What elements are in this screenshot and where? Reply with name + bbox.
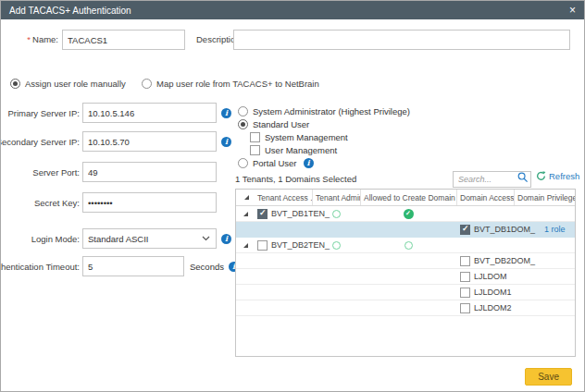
description-input[interactable] (233, 30, 570, 50)
circle-outline-icon (332, 210, 341, 218)
domain-checkbox[interactable] (460, 256, 470, 266)
domain-access-cell: LJLDOM (456, 269, 514, 284)
circle-outline-icon (405, 241, 413, 250)
secondary-server-ip-input[interactable] (82, 131, 217, 152)
dialog-titlebar: Add TACACS+ Authentication × (1, 1, 584, 19)
field-secret-key: Secret Key: (1, 192, 217, 213)
domain-checkbox[interactable] (460, 225, 470, 235)
col-allowed-to-create-domain[interactable]: Allowed to Create Domain ... (360, 190, 456, 205)
table-row-domain[interactable]: BVT_DB2DOM_ (236, 253, 575, 269)
name-input[interactable] (62, 30, 185, 50)
role-label: Portal User (253, 158, 297, 168)
expand-icon[interactable] (243, 212, 248, 216)
selection-summary: 1 Tenants, 1 Domains Selected (235, 174, 356, 184)
expand-cell[interactable] (236, 238, 255, 252)
tenant-checkbox[interactable] (257, 240, 268, 251)
collapse-all-cell[interactable] (236, 190, 255, 205)
primary-server-ip-input[interactable] (82, 103, 217, 123)
domain-name: LJLDOM1 (474, 288, 512, 297)
col-domain-access[interactable]: Domain Access ... (456, 190, 514, 205)
domain-access-cell: LJLDOM1 (456, 285, 514, 300)
server-port-label: Server Port: (1, 167, 80, 178)
table-row-domain[interactable]: LJLDOM2 (236, 300, 575, 316)
allowed-create-cell[interactable] (360, 206, 456, 221)
table-row-tenant[interactable]: BVT_DB2TEN_ (236, 238, 575, 253)
tenant-access-cell: BVT_DB2TEN_ (255, 238, 312, 252)
col-tenant-access[interactable]: Tenant Access ... (255, 190, 312, 205)
close-icon[interactable]: × (569, 5, 576, 16)
domain-checkbox[interactable] (460, 288, 470, 298)
tenant-access-cell: BVT_DB1TEN_ (255, 206, 312, 221)
domain-access-cell: LJLDOM2 (456, 300, 514, 315)
field-primary-server-ip: Primary Server IP: (1, 103, 231, 123)
table-row-tenant[interactable]: BVT_DB1TEN_ (236, 206, 575, 222)
radio-assign-manually[interactable]: Assign user role manually (10, 79, 126, 89)
info-icon[interactable] (221, 137, 231, 147)
role-label: System Management (265, 132, 348, 142)
role-label: System Administrator (Highest Privilege) (253, 106, 410, 116)
name-label: *Name: (1, 34, 58, 44)
domain-privilege-cell: 1 role (514, 222, 575, 237)
field-login-mode: Login Mode: Standard ASCII (1, 228, 231, 249)
search-icon[interactable] (517, 172, 529, 183)
add-tacacs-authentication-dialog: Add TACACS+ Authentication × *Name: Desc… (0, 0, 585, 392)
radio-icon[interactable] (142, 79, 152, 89)
domain-name: LJLDOM2 (474, 303, 512, 312)
tenant-admin-cell[interactable] (312, 206, 360, 221)
radio-icon[interactable] (238, 119, 248, 129)
radio-icon[interactable] (238, 158, 248, 168)
login-mode-select[interactable]: Standard ASCII (82, 228, 217, 249)
expand-cell[interactable] (236, 206, 255, 221)
info-icon[interactable] (221, 108, 231, 118)
radio-icon[interactable] (10, 79, 20, 89)
domain-name: LJLDOM (474, 272, 507, 281)
authentication-timeout-label: Authentication Timeout: (1, 262, 80, 272)
checkbox-user-management[interactable]: User Management (238, 143, 410, 156)
secret-key-input[interactable] (82, 192, 217, 213)
radio-label: Assign user role manually (25, 79, 126, 89)
field-server-port: Server Port: (1, 162, 217, 182)
field-authentication-timeout: Authentication Timeout: Seconds (1, 256, 239, 276)
allowed-create-cell[interactable] (360, 238, 456, 252)
collapse-all-icon[interactable] (244, 195, 249, 200)
info-icon[interactable] (304, 158, 314, 168)
login-mode-label: Login Mode: (1, 234, 80, 244)
radio-label: Map user role from TACACS+ to NetBrain (156, 79, 319, 89)
search-box (453, 169, 531, 186)
login-mode-value: Standard ASCII (88, 234, 148, 244)
radio-portal-user[interactable]: Portal User (238, 156, 410, 169)
tenant-domain-table: Tenant Access ... Tenant Admin... Allowe… (235, 189, 576, 357)
domain-checkbox[interactable] (460, 272, 470, 282)
field-secondary-server-ip: Secondary Server IP: (1, 131, 231, 152)
primary-server-ip-label: Primary Server IP: (1, 108, 80, 118)
radio-standard-user[interactable]: Standard User (238, 117, 410, 130)
col-tenant-admin[interactable]: Tenant Admin... (312, 190, 360, 205)
authentication-timeout-input[interactable] (82, 256, 184, 276)
table-row-domain[interactable]: LJLDOM1 (236, 285, 575, 300)
domain-checkbox[interactable] (460, 303, 470, 313)
role-count-link[interactable]: 1 role (544, 225, 566, 234)
required-mark: * (27, 34, 31, 44)
checkbox-icon[interactable] (250, 132, 260, 142)
secret-key-label: Secret Key: (1, 198, 80, 208)
checkbox-system-management[interactable]: System Management (238, 130, 410, 143)
checkbox-icon[interactable] (250, 145, 260, 155)
role-label: Standard User (253, 119, 309, 129)
col-domain-privilege[interactable]: Domain Privilege... (514, 190, 575, 205)
refresh-button[interactable]: Refresh (536, 171, 579, 181)
radio-map-from-tacacs[interactable]: Map user role from TACACS+ to NetBrain (142, 79, 319, 89)
tenant-checkbox[interactable] (257, 209, 268, 219)
expand-icon[interactable] (243, 243, 248, 248)
server-port-input[interactable] (82, 162, 217, 182)
radio-system-administrator[interactable]: System Administrator (Highest Privilege) (238, 104, 410, 117)
info-icon[interactable] (221, 234, 231, 244)
seconds-label: Seconds (190, 262, 224, 272)
chevron-down-icon (202, 236, 210, 241)
table-row-domain-selected[interactable]: BVT_DB1DOM_ 1 role (236, 222, 575, 238)
radio-icon[interactable] (238, 106, 248, 116)
save-button[interactable]: Save (525, 368, 572, 386)
table-row-domain[interactable]: LJLDOM (236, 269, 575, 285)
circle-outline-icon (332, 241, 341, 250)
tenant-admin-cell[interactable] (312, 238, 360, 252)
circle-check-icon (404, 209, 414, 219)
